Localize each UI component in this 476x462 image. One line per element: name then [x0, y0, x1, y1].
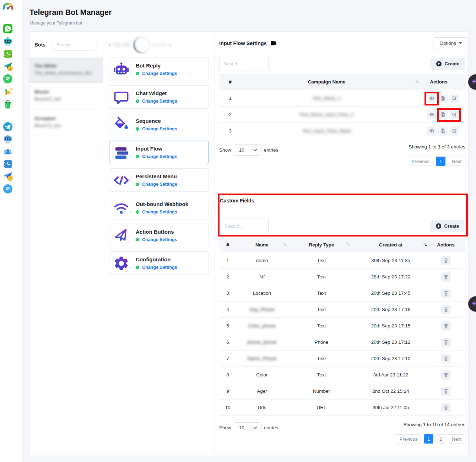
robot-teal-icon[interactable]	[3, 37, 13, 47]
custom-field-row[interactable]: 3 Location Text 20th Sep 23 17:45	[219, 285, 465, 301]
previous-page-button[interactable]: Previous	[396, 434, 422, 444]
create-campaign-button[interactable]: Create	[431, 58, 465, 70]
page-button-1[interactable]: 1	[436, 157, 445, 166]
custom-field-row[interactable]: 2 fdf Text 28th Sep 23 17:22	[219, 269, 465, 285]
contacts-green-icon[interactable]	[3, 49, 13, 59]
sort-icon[interactable]	[346, 242, 350, 247]
sort-icon-active-desc[interactable]	[423, 242, 427, 247]
shop-bag-green-icon[interactable]	[3, 99, 13, 109]
change-settings-link[interactable]: Change Settings	[142, 71, 177, 76]
campaign-row-3[interactable]: 3 Test_Input_Flow_Mask	[219, 123, 465, 139]
custom-field-row[interactable]: 7 Name_Phone Text 20th Sep 23 17:10	[219, 350, 465, 367]
whatsapp-icon[interactable]	[3, 24, 13, 34]
col-header-name[interactable]: Name	[236, 242, 288, 248]
edit-button[interactable]	[449, 94, 459, 103]
bot-list-item[interactable]: Groupbot Bhumi71_bot	[29, 109, 103, 136]
page-size-value: 10	[239, 147, 244, 153]
custom-field-row[interactable]: 4 Day_Phone Text 20th Sep 23 17:16	[219, 301, 465, 318]
menu-card-chat-widget[interactable]: Chat Widget Change Settings	[109, 85, 209, 109]
export-button[interactable]	[438, 94, 448, 103]
page-size-select[interactable]: 10	[234, 422, 261, 433]
custom-field-row[interactable]: 6 phone_phone Phone 20th Sep 23 17:12	[219, 334, 465, 350]
custom-field-row[interactable]: 1 demo Text 30th Sep 23 11:35	[219, 252, 465, 269]
menu-card-outbound-webhook[interactable]: Out-bound Webhook Change Settings	[109, 196, 209, 219]
green-status-dot	[136, 127, 139, 131]
options-dropdown-button[interactable]: Options	[433, 37, 468, 49]
ai-assistant-fab[interactable]	[468, 296, 476, 312]
delete-button[interactable]	[441, 321, 451, 331]
bots-heading: Bots	[34, 42, 45, 48]
col-header-reply-type[interactable]: Reply Type	[288, 242, 355, 248]
col-header-campaign-name[interactable]: Campaign Name	[241, 79, 412, 85]
robot-blue-icon[interactable]	[3, 134, 13, 144]
delete-button[interactable]	[441, 338, 451, 347]
telegram-plane-coin-blue-icon[interactable]: 1	[3, 171, 13, 181]
col-header-created-at[interactable]: Created at	[355, 242, 426, 248]
telegram-icon[interactable]	[3, 122, 13, 132]
bot-list-item[interactable]: Bhumi Bhumi21_bot	[29, 83, 103, 109]
view-button[interactable]	[427, 94, 437, 103]
delete-button[interactable]	[441, 370, 451, 380]
page-button-1[interactable]: 1	[424, 434, 433, 444]
chat-green-icon[interactable]	[3, 74, 13, 84]
view-button[interactable]	[427, 110, 437, 119]
delete-button[interactable]	[441, 289, 451, 298]
change-settings-link[interactable]: Change Settings	[142, 99, 177, 104]
ai-assistant-fab[interactable]	[468, 74, 476, 90]
change-settings-link[interactable]: Change Settings	[142, 237, 177, 242]
change-settings-link[interactable]: Change Settings	[142, 182, 177, 187]
sort-icon[interactable]	[415, 79, 420, 84]
edit-button[interactable]	[449, 126, 459, 136]
custom-field-row[interactable]: 9 Ager Number 2nd Oct 22 15:24	[219, 383, 465, 400]
audience-group-blue-icon[interactable]	[3, 147, 13, 157]
next-page-button[interactable]: Next	[448, 434, 465, 444]
campaigns-search-input[interactable]	[219, 56, 269, 71]
custom-field-row[interactable]: 5 Color_phone Text 20th Sep 23 17:15	[219, 318, 465, 334]
custom-field-row[interactable]: 8 Color Text 3rd Apr 23 11:22	[219, 367, 465, 383]
video-camera-icon[interactable]	[271, 41, 276, 45]
sort-icon[interactable]	[283, 242, 287, 247]
bots-search-input[interactable]	[51, 39, 98, 51]
next-page-button[interactable]: Next	[448, 157, 465, 166]
contacts-blue-icon[interactable]	[3, 159, 13, 169]
change-settings-link[interactable]: Change Settings	[142, 265, 177, 270]
create-custom-field-button[interactable]: Create	[430, 220, 465, 232]
campaign-row-2[interactable]: 2 Test_Mask_Input_Flow_2	[219, 107, 465, 123]
change-settings-link[interactable]: Change Settings	[142, 154, 177, 159]
menu-card-title: Configuration	[136, 256, 171, 262]
bot-list-item-selected[interactable]: The White The_White_eCommerce_Bot	[29, 58, 103, 83]
delete-button[interactable]	[441, 256, 451, 265]
menu-card-action-buttons[interactable]: Action Buttons Change Settings	[109, 224, 209, 247]
annotation-box-view	[427, 94, 437, 103]
campaign-row-1[interactable]: 1 Test_Mask_2	[219, 90, 465, 107]
bot-title-blurred-2: ite Bot	[151, 42, 167, 48]
custom-field-row[interactable]: 10 Urls URL 30th Jul 22 11:05	[219, 400, 465, 416]
delete-button[interactable]	[441, 305, 451, 314]
delete-button[interactable]	[441, 387, 451, 396]
edit-button[interactable]	[449, 110, 459, 119]
dashboard-gauge-icon[interactable]	[3, 3, 13, 13]
export-button[interactable]	[438, 110, 448, 119]
bot-name-blurred: The White	[34, 63, 56, 69]
menu-card-bot-reply[interactable]: Bot Reply Change Settings	[109, 58, 209, 81]
previous-page-button[interactable]: Previous	[408, 157, 434, 166]
change-settings-link[interactable]: Change Settings	[142, 210, 177, 214]
integration-puzzle-icon[interactable]	[3, 87, 13, 97]
page-size-select[interactable]: 10	[234, 145, 261, 156]
page-button-2[interactable]: 2	[436, 434, 445, 444]
view-button[interactable]	[427, 126, 437, 136]
menu-card-input-flow[interactable]: Input Flow Change Settings	[109, 141, 209, 164]
menu-card-configuration[interactable]: Configuration Change Settings	[109, 251, 209, 275]
showing-entries-text: Showing 1 to 3 of 3 entries	[409, 144, 465, 150]
change-settings-link[interactable]: Change Settings	[142, 126, 177, 131]
bot-menu-link[interactable]: :	[169, 42, 171, 48]
telegram-plane-coin-green-icon[interactable]: 1	[3, 61, 13, 71]
delete-button[interactable]	[441, 354, 451, 363]
menu-card-persistent-menu[interactable]: Persistent Menu Change Settings	[109, 168, 209, 192]
delete-button[interactable]	[441, 403, 451, 412]
custom-fields-search-input[interactable]	[220, 218, 269, 234]
menu-card-sequence[interactable]: Sequence Change Settings	[109, 113, 209, 136]
export-button[interactable]	[438, 126, 448, 136]
delete-button[interactable]	[441, 272, 451, 282]
chat-blue-icon[interactable]	[3, 184, 13, 194]
